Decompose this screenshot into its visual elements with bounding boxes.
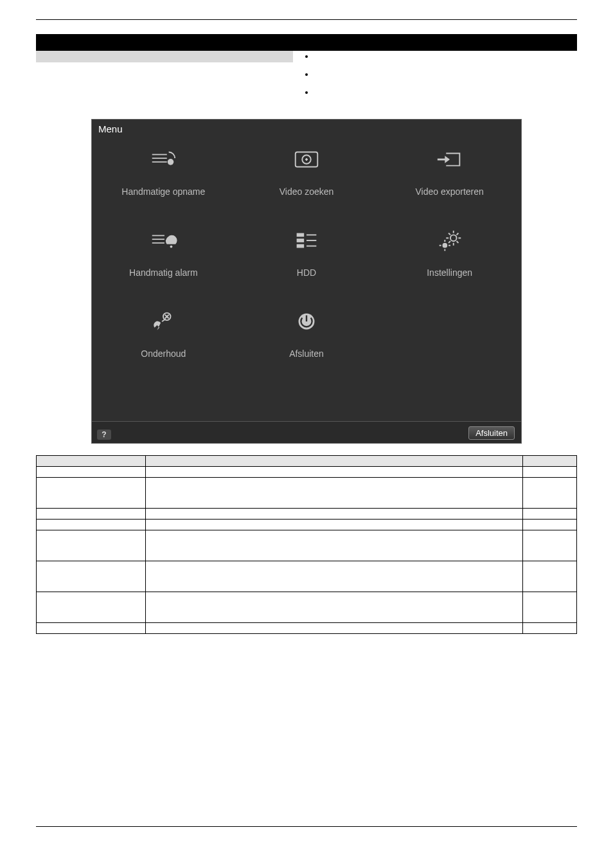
- menu-item-manual-alarm[interactable]: Handmatig alarm: [105, 229, 221, 278]
- table-row: [37, 530, 577, 561]
- table-cell: [146, 561, 523, 592]
- table-cell: [523, 467, 577, 478]
- video-export-icon: [435, 148, 465, 171]
- menu-item-label: HDD: [297, 267, 316, 278]
- table-header: [37, 456, 146, 467]
- table-cell: [37, 561, 146, 592]
- menu-item-label: Instellingen: [427, 267, 472, 278]
- svg-point-13: [442, 243, 447, 248]
- svg-rect-6: [297, 233, 305, 237]
- maintenance-icon: [148, 310, 178, 333]
- table-row: [37, 592, 577, 623]
- table-cell: [146, 509, 523, 520]
- table-cell: [523, 561, 577, 592]
- bullet-item: [315, 69, 577, 79]
- window-footer: ? Afsluiten: [92, 421, 521, 443]
- help-icon: ?: [102, 430, 106, 439]
- bullet-item: [315, 87, 577, 97]
- table-cell: [37, 509, 146, 520]
- manual-record-icon: [148, 148, 178, 171]
- menu-item-label: Video zoeken: [280, 186, 334, 197]
- table-cell: [37, 623, 146, 634]
- table-header-row: [37, 456, 577, 467]
- table-cell: [37, 520, 146, 530]
- options-table: [36, 455, 577, 634]
- menu-item-label: Handmatig alarm: [129, 267, 198, 278]
- menu-item-settings[interactable]: Instellingen: [392, 229, 508, 278]
- table-row: [37, 623, 577, 634]
- intro-bullets: [305, 51, 577, 97]
- table-cell: [523, 592, 577, 623]
- table-cell: [37, 467, 146, 478]
- table-cell: [523, 530, 577, 561]
- table-cell: [146, 530, 523, 561]
- table-cell: [146, 520, 523, 530]
- video-search-icon: [292, 148, 321, 171]
- bullet-item: [315, 51, 577, 61]
- menu-item-label: Video exporteren: [415, 186, 483, 197]
- table-row: [37, 520, 577, 530]
- table-row: [37, 509, 577, 520]
- exit-button-label: Afsluiten: [475, 428, 508, 438]
- menu-item-maintenance[interactable]: Onderhoud: [105, 310, 221, 359]
- table-header: [523, 456, 577, 467]
- menu-item-label: Afsluiten: [289, 348, 324, 359]
- table-row: [37, 561, 577, 592]
- menu-item-shutdown[interactable]: Afsluiten: [249, 310, 364, 359]
- section-subhead-bar: [36, 51, 293, 62]
- menu-item-label: Onderhoud: [141, 348, 186, 359]
- svg-rect-7: [297, 239, 305, 242]
- table-header: [146, 456, 523, 467]
- table-cell: [37, 530, 146, 561]
- table-cell: [146, 623, 523, 634]
- table-row: [37, 478, 577, 509]
- svg-point-12: [450, 235, 457, 241]
- settings-icon: [435, 229, 465, 252]
- top-rule: [36, 19, 577, 20]
- menu-screenshot: Menu Handmatige opname: [91, 119, 522, 444]
- chapter-bar: [36, 34, 577, 51]
- manual-alarm-icon: [148, 229, 178, 252]
- svg-point-0: [168, 159, 174, 165]
- table-cell: [37, 592, 146, 623]
- svg-rect-8: [297, 244, 305, 248]
- table-cell: [523, 520, 577, 530]
- menu-item-manual-record[interactable]: Handmatige opname: [105, 148, 221, 197]
- power-icon: [292, 310, 321, 333]
- menu-item-label: Handmatige opname: [121, 186, 205, 197]
- table-cell: [146, 592, 523, 623]
- menu-item-video-search[interactable]: Video zoeken: [249, 148, 364, 197]
- help-button[interactable]: ?: [97, 429, 111, 440]
- table-cell: [523, 623, 577, 634]
- hdd-icon: [292, 229, 321, 252]
- svg-point-5: [170, 246, 173, 248]
- page-footer: [36, 826, 577, 829]
- menu-item-video-export[interactable]: Video exporteren: [392, 148, 508, 197]
- table-row: [37, 467, 577, 478]
- table-cell: [37, 478, 146, 509]
- table-cell: [523, 509, 577, 520]
- exit-button[interactable]: Afsluiten: [468, 426, 515, 440]
- table-cell: [146, 467, 523, 478]
- table-cell: [523, 478, 577, 509]
- table-cell: [146, 478, 523, 509]
- window-title: Menu: [98, 123, 123, 134]
- menu-item-hdd[interactable]: HDD: [249, 229, 364, 278]
